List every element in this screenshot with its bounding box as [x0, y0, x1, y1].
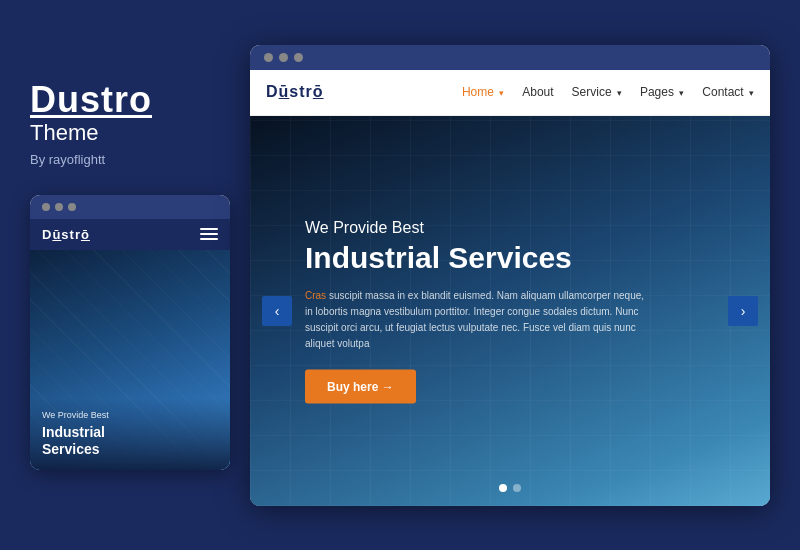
- nav-service[interactable]: Service ▾: [572, 85, 622, 99]
- nav-home[interactable]: Home ▾: [462, 85, 504, 99]
- theme-label: Theme: [30, 120, 250, 146]
- desktop-dot-3: [294, 53, 303, 62]
- desktop-navbar: Dūstrō Home ▾ About Service ▾ Pages ▾ Co…: [250, 70, 770, 116]
- mobile-top-bar: [30, 195, 230, 219]
- buy-here-button[interactable]: Buy here →: [305, 369, 416, 403]
- mobile-mockup: Dūstrō We Provide Best IndustrialService…: [30, 195, 230, 470]
- hamburger-icon[interactable]: [200, 228, 218, 240]
- hero-description: Cras suscipit massa in ex blandit euisme…: [305, 287, 645, 351]
- nav-contact[interactable]: Contact ▾: [702, 85, 754, 99]
- mobile-hero-overlay: We Provide Best IndustrialServices: [30, 398, 230, 470]
- desktop-mockup: Dūstrō Home ▾ About Service ▾ Pages ▾ Co…: [250, 45, 770, 506]
- desktop-hero: ‹ › We Provide Best Industrial Services …: [250, 116, 770, 506]
- desktop-dot-1: [264, 53, 273, 62]
- desktop-dot-2: [279, 53, 288, 62]
- mobile-hero: We Provide Best IndustrialServices: [30, 250, 230, 470]
- mobile-logo: Dūstrō: [42, 227, 90, 242]
- desktop-nav: Home ▾ About Service ▾ Pages ▾ Contact ▾: [462, 85, 754, 99]
- nav-about[interactable]: About: [522, 85, 553, 99]
- hero-prev-arrow[interactable]: ‹: [262, 296, 292, 326]
- desktop-logo: Dūstrō: [266, 83, 324, 101]
- mobile-hero-title: IndustrialServices: [42, 424, 218, 458]
- hero-dots: [499, 484, 521, 492]
- hero-subtitle: We Provide Best: [305, 218, 715, 236]
- mobile-hero-subtitle: We Provide Best: [42, 410, 218, 420]
- mobile-navbar: Dūstrō: [30, 219, 230, 250]
- mobile-dot-1: [42, 203, 50, 211]
- hero-desc-highlight: Cras: [305, 289, 326, 300]
- mobile-dot-2: [55, 203, 63, 211]
- desktop-top-bar: [250, 45, 770, 70]
- hero-content: We Provide Best Industrial Services Cras…: [250, 218, 770, 403]
- hero-title: Industrial Services: [305, 240, 715, 273]
- hero-dot-1[interactable]: [499, 484, 507, 492]
- hero-dot-2[interactable]: [513, 484, 521, 492]
- left-panel: Dustro Theme By rayoflightt Dūstrō We Pr…: [30, 80, 250, 470]
- author-label: By rayoflightt: [30, 152, 250, 167]
- brand-name: Dustro: [30, 80, 250, 120]
- mobile-dot-3: [68, 203, 76, 211]
- nav-pages[interactable]: Pages ▾: [640, 85, 684, 99]
- hero-next-arrow[interactable]: ›: [728, 296, 758, 326]
